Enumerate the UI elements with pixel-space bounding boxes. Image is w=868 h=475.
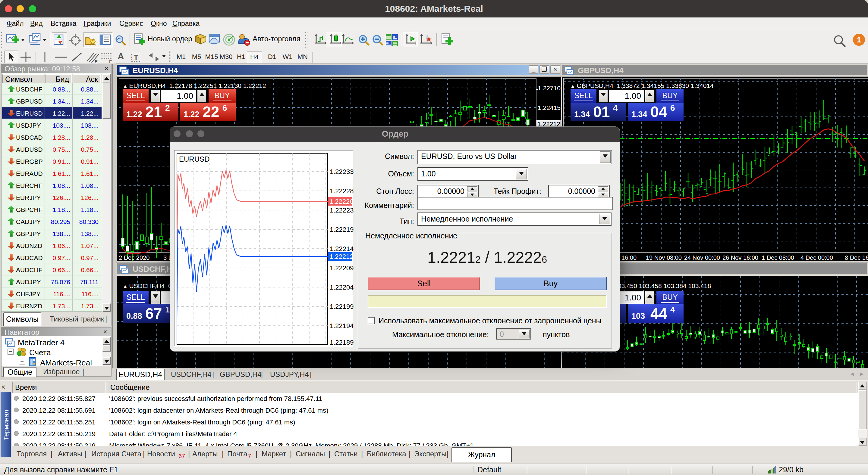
svg-text:1.22204: 1.22204 — [330, 283, 354, 291]
svg-text:1.22710: 1.22710 — [538, 84, 561, 92]
svg-text:26 Nov 16:00: 26 Nov 16:00 — [722, 255, 758, 261]
svg-text:8 Dec 16:00: 8 Dec 16:00 — [845, 255, 868, 261]
svg-text:1.22199: 1.22199 — [330, 303, 354, 310]
svg-text:1.22209: 1.22209 — [330, 264, 354, 272]
svg-text:2 Dec 2020: 2 Dec 2020 — [119, 255, 150, 261]
svg-text:24 Nov 00:00: 24 Nov 00:00 — [684, 255, 720, 261]
svg-text:1.22415: 1.22415 — [538, 104, 561, 111]
svg-text:1.22189: 1.22189 — [330, 339, 354, 345]
svg-text:1.22194: 1.22194 — [330, 322, 354, 330]
svg-text:1.22219: 1.22219 — [330, 226, 354, 233]
svg-text:1.22214: 1.22214 — [330, 245, 354, 252]
svg-text:1.22212: 1.22212 — [330, 253, 353, 260]
svg-text:F: F — [109, 59, 112, 63]
svg-text:EURUSD: EURUSD — [179, 155, 210, 163]
svg-text:E: E — [95, 59, 98, 63]
svg-text:4 Dec 00:00: 4 Dec 00:00 — [801, 255, 833, 261]
svg-text:T: T — [134, 53, 138, 61]
svg-text:19 Nov 08:00: 19 Nov 08:00 — [646, 255, 682, 261]
svg-text:1.22233: 1.22233 — [330, 168, 354, 175]
svg-text:1 Dec 08:00: 1 Dec 08:00 — [762, 255, 794, 261]
svg-text:16:00: 16:00 — [621, 255, 637, 261]
